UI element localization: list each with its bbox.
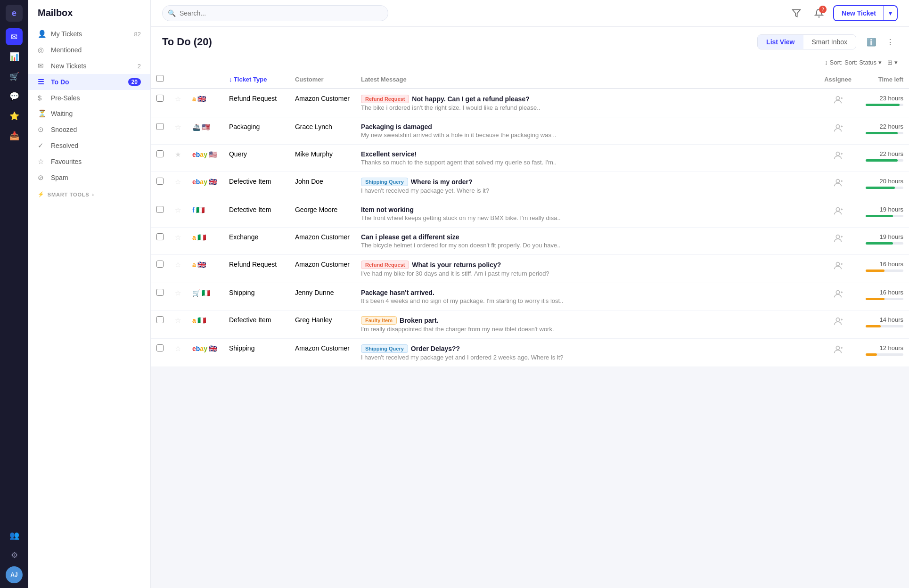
tab-smart-inbox[interactable]: Smart Inbox [803,35,856,49]
tab-list-view[interactable]: List View [758,35,803,49]
star-icon-1[interactable]: ☆ [175,123,181,131]
assign-button-8[interactable] [833,319,843,328]
sort-button[interactable]: ↕ Sort: Sort: Status ▾ [825,59,882,66]
star-icon-8[interactable]: ☆ [175,316,181,324]
time-bar-8 [866,325,881,327]
star-icon-3[interactable]: ☆ [175,178,181,186]
row-assignee-cell [819,172,857,200]
nav-icon-orders[interactable]: 🛒 [6,68,23,85]
nav-icon-settings[interactable]: ⚙ [6,547,23,564]
notification-button[interactable]: 2 [811,5,827,22]
star-icon-9[interactable]: ☆ [175,344,181,352]
svg-point-1 [836,97,839,100]
assign-button-9[interactable] [833,347,843,357]
new-ticket-dropdown-button[interactable]: ▾ [884,6,897,20]
new-ticket-main-button[interactable]: New Ticket [834,6,884,20]
row-checkbox-3[interactable] [156,178,164,185]
row-message-cell[interactable]: Refund Request What is your returns poli… [355,255,819,283]
grid-icon: ⊞ [887,59,893,66]
sidebar-item-pre-sales[interactable]: $ Pre-Sales [28,90,150,106]
row-message-cell[interactable]: Item not working The front wheel keeps g… [355,200,819,228]
sidebar-item-new-tickets[interactable]: ✉ New Tickets 2 [28,58,150,74]
info-button[interactable]: ℹ️ [864,34,879,49]
th-ticket-type[interactable]: ↓ Ticket Type [223,70,289,89]
row-checkbox-1[interactable] [156,123,164,130]
nav-icon-add-user[interactable]: 👥 [6,527,23,544]
star-icon-0[interactable]: ☆ [175,95,181,103]
star-icon-4[interactable]: ☆ [175,206,181,214]
time-label-0: 23 hours [879,95,903,102]
nav-icon-mailbox[interactable]: ✉ [6,28,23,45]
search-input[interactable] [162,5,388,21]
sidebar-item-favourites[interactable]: ☆ Favourites [28,154,150,170]
select-all-checkbox[interactable] [156,75,164,82]
row-checkbox-7[interactable] [156,289,164,296]
assign-button-4[interactable] [833,209,843,218]
row-time-cell: 19 hours [857,228,909,255]
row-assignee-cell [819,283,857,310]
nav-icon-chat[interactable]: 💬 [6,88,23,105]
row-checkbox-5[interactable] [156,233,164,240]
assign-button-3[interactable] [833,180,843,190]
time-bar-6 [866,270,884,272]
assign-button-0[interactable] [833,98,843,107]
time-bar-bg-8 [866,325,903,327]
star-icon-2[interactable]: ★ [175,150,181,158]
row-checkbox-6[interactable] [156,261,164,268]
row-message-cell[interactable]: Package hasn't arrived. It's been 4 week… [355,283,819,310]
assign-button-7[interactable] [833,292,843,301]
nav-icon-analytics[interactable]: 📊 [6,48,23,65]
more-options-button[interactable]: ⋮ [883,34,898,49]
row-checkbox-2[interactable] [156,150,164,157]
channel-icons-0: a 🇬🇧 [192,95,218,103]
grid-view-button[interactable]: ⊞ ▾ [887,59,898,66]
star-icon-5[interactable]: ☆ [175,233,181,241]
sidebar-item-resolved[interactable]: ✓ Resolved [28,138,150,154]
channel-icon-2: ebay [192,151,207,158]
sidebar-item-spam[interactable]: ⊘ Spam [28,170,150,186]
row-message-cell[interactable]: Packaging is damaged My new sweatshirt a… [355,117,819,145]
user-avatar[interactable]: AJ [6,566,23,583]
row-message-cell[interactable]: Shipping Query Where is my order? I have… [355,172,819,200]
sidebar-item-waiting[interactable]: ⏳ Waiting [28,106,150,122]
filter-button[interactable] [788,5,805,22]
time-bar-bg-2 [866,159,903,162]
flag-icon-4: 🇮🇹 [196,206,205,214]
star-icon-6[interactable]: ☆ [175,261,181,269]
row-checkbox-8[interactable] [156,316,164,323]
nav-icon-inbox[interactable]: 📥 [6,127,23,144]
row-checkbox-9[interactable] [156,344,164,351]
row-message-cell[interactable]: Shipping Query Order Delays?? I haven't … [355,339,819,367]
ticket-tag-0: Refund Request [361,95,409,103]
row-checkbox-4[interactable] [156,206,164,213]
star-icon-7[interactable]: ☆ [175,289,181,297]
assign-button-6[interactable] [833,263,843,273]
sidebar-item-mentioned[interactable]: ◎ Mentioned [28,42,150,58]
row-message-cell[interactable]: Excellent service! Thanks so much to the… [355,145,819,172]
sidebar-label-mentioned: Mentioned [51,46,141,54]
row-star-cell: ☆ [169,310,187,339]
assign-button-2[interactable] [833,153,843,163]
table-row: ★ ebay 🇺🇸 QueryMike MurphyExcellent serv… [151,145,909,172]
row-message-cell[interactable]: Can i please get a different size The bi… [355,228,819,255]
smart-tools-section[interactable]: ⚡ SMART TOOLS › [28,186,150,199]
nav-icon-star[interactable]: ⭐ [6,107,23,124]
time-cell-2: 22 hours [863,150,903,162]
sidebar-item-snoozed[interactable]: ⊙ Snoozed [28,122,150,138]
row-checkbox-cell [151,145,169,172]
sidebar-item-to-do[interactable]: ☰ To Do 20 [28,74,150,90]
sidebar-title: Mailbox [28,8,150,26]
sidebar-item-my-tickets[interactable]: 👤 My Tickets 82 [28,26,150,42]
row-message-cell[interactable]: Faulty Item Broken part. I'm really disa… [355,310,819,339]
table-row: ☆ 🛒 🇮🇹 ShippingJenny DunnePackage hasn't… [151,283,909,310]
assign-button-5[interactable] [833,236,843,245]
app-logo: e [6,5,23,22]
row-time-cell: 20 hours [857,172,909,200]
assign-button-1[interactable] [833,126,843,135]
channel-icons-7: 🛒 🇮🇹 [192,289,218,297]
row-checkbox-0[interactable] [156,95,164,102]
row-message-cell[interactable]: Refund Request Not happy. Can I get a re… [355,89,819,117]
channel-icon-8: a [192,317,196,324]
svg-marker-0 [793,10,801,17]
channel-icons-2: ebay 🇺🇸 [192,150,218,159]
